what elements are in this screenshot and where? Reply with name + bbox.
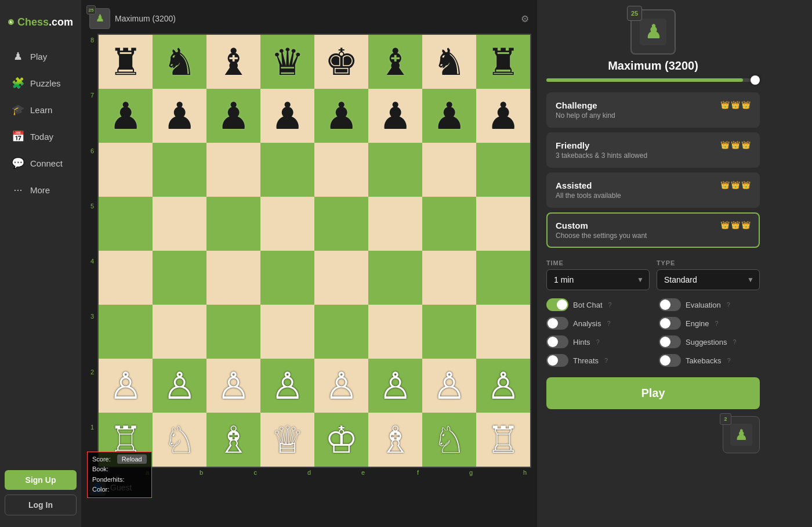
square[interactable]: ♟ <box>422 89 476 143</box>
square[interactable] <box>368 143 422 197</box>
square[interactable] <box>314 143 368 197</box>
square[interactable]: ♔ <box>314 413 368 467</box>
square[interactable]: ♗ <box>206 413 260 467</box>
square[interactable]: ♟ <box>476 89 530 143</box>
square[interactable]: ♙ <box>99 359 153 413</box>
square[interactable] <box>260 305 314 359</box>
square[interactable]: ♝ <box>206 35 260 89</box>
type-select[interactable]: Standard Chess960 King of the Hill <box>657 269 760 290</box>
reload-button[interactable]: Reload <box>117 454 147 464</box>
mode-card-friendly[interactable]: Friendly 3 takebacks & 3 hints allowed 👑… <box>546 132 760 168</box>
square[interactable] <box>206 197 260 251</box>
square[interactable] <box>153 305 206 359</box>
square[interactable]: ♕ <box>260 413 314 467</box>
square[interactable]: ♟ <box>99 89 153 143</box>
square[interactable]: ♘ <box>153 413 206 467</box>
bot-chat-help[interactable]: ? <box>608 301 612 308</box>
square[interactable] <box>368 197 422 251</box>
square[interactable]: ♛ <box>260 35 314 89</box>
square[interactable] <box>368 305 422 359</box>
square[interactable] <box>422 251 476 305</box>
time-select[interactable]: 1 min 3 min 5 min 10 min 15 min 30 min <box>546 269 650 290</box>
chess-board[interactable]: ♜♞♝♛♚♝♞♜♟♟♟♟♟♟♟♟♙♙♙♙♙♙♙♙♖♘♗♕♔♗♘♖ <box>97 34 531 468</box>
square[interactable]: ♟ <box>314 89 368 143</box>
suggestions-help[interactable]: ? <box>733 338 737 345</box>
square[interactable]: ♝ <box>368 35 422 89</box>
square[interactable] <box>99 197 153 251</box>
evaluation-toggle[interactable] <box>659 298 681 311</box>
square[interactable]: ♗ <box>368 413 422 467</box>
square[interactable] <box>476 251 530 305</box>
square[interactable]: ♟ <box>153 89 206 143</box>
evaluation-help[interactable]: ? <box>727 301 730 308</box>
square[interactable] <box>153 251 206 305</box>
suggestions-toggle[interactable] <box>659 335 681 348</box>
engine-help[interactable]: ? <box>715 320 718 327</box>
square[interactable] <box>368 251 422 305</box>
square[interactable]: ♟ <box>368 89 422 143</box>
bot-chat-toggle[interactable] <box>546 298 568 311</box>
hints-help[interactable]: ? <box>596 338 600 345</box>
square[interactable]: ♞ <box>422 35 476 89</box>
login-button[interactable]: Log In <box>5 494 77 515</box>
square[interactable]: ♜ <box>476 35 530 89</box>
square[interactable] <box>260 197 314 251</box>
square[interactable]: ♙ <box>153 359 206 413</box>
square[interactable]: ♜ <box>99 35 153 89</box>
square[interactable]: ♙ <box>260 359 314 413</box>
square[interactable] <box>206 305 260 359</box>
sidebar-item-play[interactable]: ♟ Play <box>3 44 78 69</box>
square[interactable] <box>99 143 153 197</box>
square[interactable]: ♙ <box>476 359 530 413</box>
mode-card-assisted[interactable]: Assisted All the tools available 👑 👑 👑 <box>546 172 760 208</box>
toggle-row-takebacks: Takebacks ? <box>659 354 760 367</box>
engine-toggle[interactable] <box>659 317 681 330</box>
play-button[interactable]: Play <box>546 377 760 409</box>
sidebar-item-puzzles[interactable]: 🧩 Puzzles <box>3 70 78 96</box>
square[interactable]: ♙ <box>206 359 260 413</box>
square[interactable] <box>260 251 314 305</box>
square[interactable]: ♞ <box>153 35 206 89</box>
square[interactable] <box>260 143 314 197</box>
settings-icon[interactable]: ⚙ <box>521 13 529 24</box>
takebacks-help[interactable]: ? <box>727 357 730 364</box>
square[interactable] <box>153 197 206 251</box>
square[interactable] <box>206 251 260 305</box>
square[interactable] <box>422 143 476 197</box>
takebacks-toggle[interactable] <box>659 354 681 367</box>
analysis-toggle[interactable] <box>546 317 568 330</box>
square[interactable] <box>422 197 476 251</box>
square[interactable]: ♙ <box>368 359 422 413</box>
square[interactable] <box>314 305 368 359</box>
square[interactable] <box>99 251 153 305</box>
square[interactable]: ♟ <box>206 89 260 143</box>
square[interactable] <box>314 251 368 305</box>
square[interactable]: ♟ <box>260 89 314 143</box>
sidebar-item-learn[interactable]: 🎓 Learn <box>3 97 78 122</box>
square[interactable]: ♙ <box>422 359 476 413</box>
challenge-crowns: 👑 👑 👑 <box>720 100 751 109</box>
sidebar-item-today[interactable]: 📅 Today <box>3 124 78 149</box>
threats-toggle[interactable] <box>546 354 568 367</box>
square[interactable] <box>476 305 530 359</box>
logo[interactable]: ♞ Chess.com <box>0 6 81 43</box>
square[interactable] <box>314 197 368 251</box>
square[interactable] <box>99 305 153 359</box>
square[interactable] <box>153 143 206 197</box>
sidebar-item-more[interactable]: ··· More <box>3 177 78 203</box>
square[interactable]: ♖ <box>476 413 530 467</box>
square[interactable] <box>476 143 530 197</box>
signup-button[interactable]: Sign Up <box>5 470 77 490</box>
square[interactable] <box>206 143 260 197</box>
square[interactable] <box>476 197 530 251</box>
square[interactable]: ♘ <box>422 413 476 467</box>
sidebar-item-connect[interactable]: 💬 Connect <box>3 150 78 176</box>
mode-card-custom[interactable]: Custom Choose the settings you want 👑 👑 … <box>546 212 760 248</box>
square[interactable] <box>422 305 476 359</box>
square[interactable]: ♚ <box>314 35 368 89</box>
threats-help[interactable]: ? <box>604 357 608 364</box>
hints-toggle[interactable] <box>546 335 568 348</box>
square[interactable]: ♙ <box>314 359 368 413</box>
mode-card-challenge[interactable]: Challenge No help of any kind 👑 👑 👑 <box>546 92 760 128</box>
analysis-help[interactable]: ? <box>607 320 610 327</box>
